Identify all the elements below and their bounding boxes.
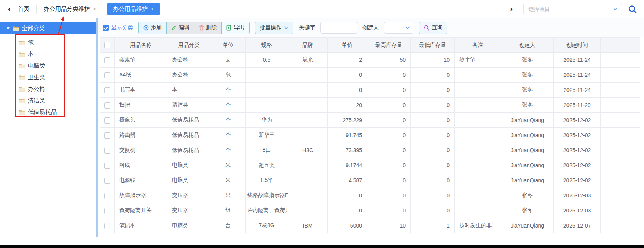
tree-node-all-categories[interactable]: 全部分类 <box>0 22 96 34</box>
add-button[interactable]: 添加 <box>139 22 166 34</box>
checkbox-icon[interactable] <box>104 57 110 63</box>
keyword-input[interactable] <box>320 22 357 34</box>
row-checkbox[interactable] <box>100 98 115 113</box>
tab-category-maintenance[interactable]: 办公用品分类维护 × <box>37 5 103 13</box>
table-cell: 0 <box>367 158 411 173</box>
checkbox-icon[interactable] <box>104 148 110 154</box>
delete-button[interactable]: 删除 <box>194 22 221 34</box>
table-cell: JiaYuanQiang <box>501 173 554 188</box>
tree-node-label: 低值易耗品 <box>28 109 57 116</box>
checkbox-checked-icon[interactable] <box>103 25 109 31</box>
table-cell: 变压器 <box>167 188 211 203</box>
checkbox-icon[interactable] <box>104 102 110 109</box>
table-row[interactable]: 故障指示器变压器只线路故障指示器E000张冬2025-12-03 <box>100 188 640 203</box>
table-row[interactable]: 摄像头低值易耗品个华为275.22900JiaYuanQiang2025-12-… <box>100 113 640 128</box>
row-checkbox[interactable] <box>100 53 115 68</box>
checkbox-icon[interactable] <box>104 42 110 48</box>
tree-node-category[interactable]: 本 <box>0 48 96 60</box>
table-cell: 户内隔离、负荷开 <box>246 203 288 218</box>
row-checkbox[interactable] <box>100 173 115 188</box>
close-icon[interactable]: × <box>151 6 154 12</box>
creator-select[interactable] <box>384 22 413 34</box>
table-cell: 华为 <box>246 113 288 128</box>
caret-down-icon[interactable] <box>7 27 10 29</box>
table-cell <box>455 68 501 83</box>
row-checkbox[interactable] <box>100 113 115 128</box>
folder-icon <box>19 52 25 57</box>
table-cell: 个 <box>211 98 246 113</box>
tree-node-category[interactable]: 电脑类 <box>0 60 96 71</box>
table-cell: 2025-12-03 <box>554 203 601 218</box>
table-cell: 2025-12-07 <box>554 218 601 233</box>
table-cell <box>288 98 328 113</box>
table-cell: 米 <box>211 173 246 188</box>
select-all-checkbox[interactable] <box>100 38 115 53</box>
table-cell: JiaYuanQiang <box>501 128 554 143</box>
table-cell <box>455 128 501 143</box>
table-cell: 交换机 <box>115 143 167 158</box>
batch-operations-button[interactable]: 批量操作 <box>255 22 293 34</box>
row-checkbox[interactable] <box>100 68 115 83</box>
tab-home[interactable]: 首页 <box>18 5 29 13</box>
table-cell: 2025-12-03 <box>554 188 601 203</box>
main-panel: 显示分类 添加 编辑 <box>98 18 644 245</box>
table-cell: 0 <box>411 113 455 128</box>
checkbox-icon[interactable] <box>104 87 110 93</box>
table-cell: 低值易耗品 <box>167 128 211 143</box>
checkbox-icon[interactable] <box>104 72 110 78</box>
table-row[interactable]: 书写本本个000张冬2025-11-24 <box>100 83 640 98</box>
table-cell: 张冬 <box>501 188 554 203</box>
row-checkbox[interactable] <box>100 188 115 203</box>
edit-button[interactable]: 编辑 <box>166 22 194 34</box>
show-category-checkbox[interactable]: 显示分类 <box>103 24 133 31</box>
checkbox-icon[interactable] <box>104 178 110 184</box>
table-cell: 张冬 <box>501 98 554 113</box>
table-row[interactable]: 交换机低值易耗品个8口H3C73.39500JiaYuanQiang2025-1… <box>100 143 640 158</box>
tree-node-category[interactable]: 办公椅 <box>0 83 96 95</box>
column-header: 备注 <box>455 38 501 53</box>
table-row[interactable]: 碳素笔办公椅支0.5晨光25010签字笔张冬2025-11-24 <box>100 53 640 68</box>
table-row[interactable]: 电源线电脑类米1.5平4.58700JiaYuanQiang2025-12-02 <box>100 173 640 188</box>
table-cell: 10 <box>411 53 455 68</box>
row-checkbox[interactable] <box>100 218 115 233</box>
tabs-scroll-left-icon[interactable]: ‹ <box>7 5 12 14</box>
table-row[interactable]: A4纸办公椅包000张冬2025-11-24 <box>100 68 640 83</box>
table-cell <box>455 173 501 188</box>
row-checkbox[interactable] <box>100 203 115 218</box>
table-row[interactable]: 扫把清洁类个2000张冬2025-11-29 <box>100 98 640 113</box>
close-icon[interactable]: × <box>93 6 96 12</box>
checkbox-icon[interactable] <box>104 193 110 199</box>
checkbox-icon[interactable] <box>104 208 110 214</box>
table-cell: 张冬 <box>501 83 554 98</box>
table-header-row: 用品名称用品分类单位规格品牌单价最高库存量最低库存量备注创建人创建时间 <box>100 38 640 53</box>
tabs-scroll-right-icon[interactable]: › <box>508 5 514 14</box>
project-select[interactable]: 选择项目 <box>523 3 622 15</box>
checkbox-icon[interactable] <box>104 132 110 139</box>
table-cell <box>455 158 501 173</box>
tree-node-category[interactable]: 卫生类 <box>0 71 96 83</box>
table-row[interactable]: 网线电脑类米超五类9.174400JiaYuanQiang2025-12-02 <box>100 158 640 173</box>
checkbox-icon[interactable] <box>104 117 110 124</box>
table-body: 碳素笔办公椅支0.5晨光25010签字笔张冬2025-11-24A4纸办公椅包0… <box>100 53 640 233</box>
table-row[interactable]: 路由器低值易耗品个新华三91.74500JiaYuanQiang2025-12-… <box>100 128 640 143</box>
row-checkbox[interactable] <box>100 83 115 98</box>
global-search-button[interactable] <box>627 4 637 14</box>
query-button-label: 查询 <box>432 24 442 31</box>
tree-node-category[interactable]: 清洁类 <box>0 95 96 106</box>
row-checkbox[interactable] <box>100 158 115 173</box>
checkbox-icon[interactable] <box>104 223 110 229</box>
table-row[interactable]: 笔记本电脑类台7核8GIBM5000101按时发生的非JiaYuanQiang2… <box>100 218 640 233</box>
row-checkbox[interactable] <box>100 128 115 143</box>
table-cell: 负荷隔离开关 <box>115 203 167 218</box>
table-cell: 91.745 <box>328 128 367 143</box>
tree-node-category[interactable]: 低值易耗品 <box>0 106 96 118</box>
export-button[interactable]: 导出 <box>221 22 249 34</box>
table-row[interactable]: 负荷隔离开关变压器组户内隔离、负荷开000张冬2025-12-03 <box>100 203 640 218</box>
table-cell: 0 <box>411 158 455 173</box>
checkbox-icon[interactable] <box>104 163 110 169</box>
query-button[interactable]: 查询 <box>419 22 447 34</box>
table-cell: 2 <box>328 53 367 68</box>
row-checkbox[interactable] <box>100 143 115 158</box>
tree-node-category[interactable]: 笔 <box>0 37 96 48</box>
tab-supplies-maintenance-active[interactable]: 办公用品维护 × <box>107 3 160 15</box>
